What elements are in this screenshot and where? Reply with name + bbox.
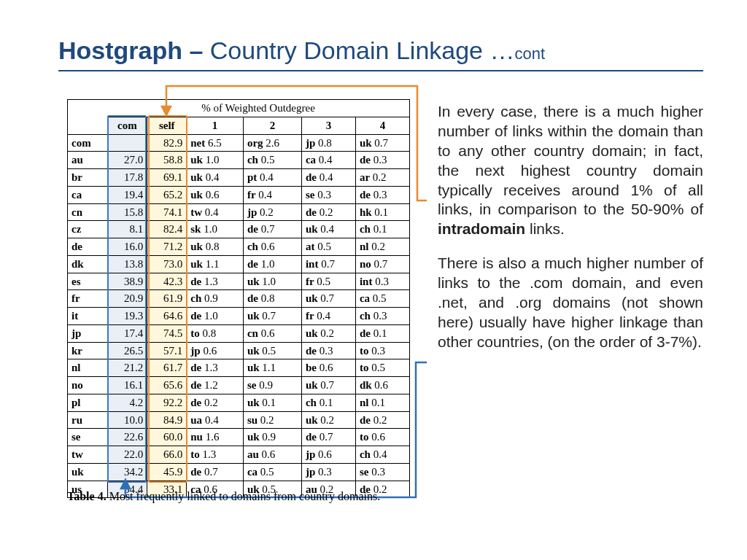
- cell-rank1: jp 0.6: [187, 342, 244, 359]
- cell-self-pct: 66.0: [147, 446, 187, 464]
- table-row: pl4.292.2de 0.2uk 0.1ch 0.1nl 0.1: [68, 394, 410, 411]
- outdegree-table: % of Weighted Outdegree com self 1 2 3 4…: [67, 99, 410, 498]
- cell-rank3: ch 0.1: [301, 394, 355, 411]
- cell-com-pct: 20.9: [107, 290, 147, 308]
- table-row: no16.165.6de 1.2se 0.9uk 0.7dk 0.6: [68, 377, 410, 394]
- cell-rank4: de 0.1: [355, 324, 409, 342]
- cell-rank2: org 2.6: [243, 134, 301, 152]
- cell-self-pct: 45.9: [147, 463, 187, 481]
- cell-rank4: nl 0.2: [355, 238, 409, 256]
- cell-com-pct: 34.2: [107, 463, 147, 481]
- table-caption: Table 4. Most frequently linked to domai…: [67, 490, 417, 503]
- cell-com-pct: 27.0: [107, 152, 147, 169]
- cell-rank2: uk 0.7: [243, 308, 301, 325]
- cell-rank2: de 1.0: [243, 255, 301, 273]
- row-country: br: [68, 169, 108, 187]
- cell-rank1: de 1.3: [187, 273, 244, 290]
- cell-rank3: fr 0.5: [301, 273, 355, 290]
- cell-self-pct: 57.1: [147, 342, 187, 359]
- table-row: cz8.182.4sk 1.0de 0.7uk 0.4ch 0.1: [68, 221, 410, 238]
- cell-rank1: uk 1.1: [187, 255, 244, 273]
- cell-rank3: uk 0.7: [301, 377, 355, 394]
- cell-rank4: ch 0.1: [355, 221, 409, 238]
- table-row: kr26.557.1jp 0.6uk 0.5de 0.3to 0.3: [68, 342, 410, 359]
- cell-rank3: uk 0.2: [301, 324, 355, 342]
- cell-rank1: to 0.8: [187, 324, 244, 342]
- cell-self-pct: 82.4: [147, 221, 187, 238]
- cell-rank1: de 1.3: [187, 359, 244, 377]
- table-row: br17.869.1uk 0.4pt 0.4de 0.4ar 0.2: [68, 169, 410, 187]
- cell-rank3: de 0.7: [301, 429, 355, 446]
- cell-rank1: uk 0.6: [187, 186, 244, 203]
- cell-rank3: se 0.3: [301, 186, 355, 203]
- table-header-row: com self 1 2 3 4: [68, 117, 410, 134]
- cell-self-pct: 74.5: [147, 324, 187, 342]
- cell-self-pct: 71.2: [147, 238, 187, 256]
- cell-self-pct: 73.0: [147, 255, 187, 273]
- table-row: com82.9net 6.5org 2.6jp 0.8uk 0.7: [68, 134, 410, 152]
- table-row: au27.058.8uk 1.0ch 0.5ca 0.4de 0.3: [68, 152, 410, 169]
- cell-com-pct: 15.8: [107, 203, 147, 221]
- row-country: au: [68, 152, 108, 169]
- cell-rank1: to 1.3: [187, 446, 244, 464]
- cell-rank3: int 0.7: [301, 255, 355, 273]
- cell-com-pct: 10.0: [107, 411, 147, 429]
- row-country: cn: [68, 203, 108, 221]
- cell-rank3: ca 0.4: [301, 152, 355, 169]
- cell-rank3: uk 0.2: [301, 411, 355, 429]
- cell-rank2: uk 0.1: [243, 394, 301, 411]
- cell-rank2: jp 0.2: [243, 203, 301, 221]
- cell-self-pct: 65.2: [147, 186, 187, 203]
- cell-rank4: to 0.5: [355, 359, 409, 377]
- cell-rank2: uk 0.5: [243, 342, 301, 359]
- cell-rank3: fr 0.4: [301, 308, 355, 325]
- row-country: ca: [68, 186, 108, 203]
- cell-com-pct: 22.6: [107, 429, 147, 446]
- caption-label: Table 4.: [67, 490, 107, 502]
- cell-rank3: jp 0.3: [301, 463, 355, 481]
- cell-self-pct: 64.6: [147, 308, 187, 325]
- table-row: ru10.084.9ua 0.4su 0.2uk 0.2de 0.2: [68, 411, 410, 429]
- col-self: self: [147, 117, 187, 134]
- row-country: kr: [68, 342, 108, 359]
- cell-com-pct: [107, 134, 147, 152]
- row-country: uk: [68, 463, 108, 481]
- row-country: jp: [68, 324, 108, 342]
- table-row: cn15.874.1tw 0.4jp 0.2de 0.2hk 0.1: [68, 203, 410, 221]
- cell-rank3: de 0.4: [301, 169, 355, 187]
- cell-com-pct: 19.3: [107, 308, 147, 325]
- cell-rank1: net 6.5: [187, 134, 244, 152]
- cell-rank2: su 0.2: [243, 411, 301, 429]
- col-rank4: 4: [355, 117, 409, 134]
- row-country: de: [68, 238, 108, 256]
- cell-rank4: ch 0.4: [355, 446, 409, 464]
- cell-rank3: de 0.3: [301, 342, 355, 359]
- cell-rank4: uk 0.7: [355, 134, 409, 152]
- cell-com-pct: 8.1: [107, 221, 147, 238]
- row-country: se: [68, 429, 108, 446]
- row-country: com: [68, 134, 108, 152]
- cell-com-pct: 17.4: [107, 324, 147, 342]
- row-country: fr: [68, 290, 108, 308]
- cell-rank4: dk 0.6: [355, 377, 409, 394]
- row-country: ru: [68, 411, 108, 429]
- cell-rank4: hk 0.1: [355, 203, 409, 221]
- cell-rank2: pt 0.4: [243, 169, 301, 187]
- cell-rank4: int 0.3: [355, 273, 409, 290]
- cell-com-pct: 19.4: [107, 186, 147, 203]
- cell-rank1: ua 0.4: [187, 411, 244, 429]
- cell-self-pct: 82.9: [147, 134, 187, 152]
- cell-rank4: no 0.7: [355, 255, 409, 273]
- cell-com-pct: 26.5: [107, 342, 147, 359]
- title-bold: Hostgraph –: [58, 36, 210, 64]
- row-country: no: [68, 377, 108, 394]
- col-rank1: 1: [187, 117, 244, 134]
- cell-rank4: ch 0.3: [355, 308, 409, 325]
- cell-com-pct: 4.2: [107, 394, 147, 411]
- row-country: cz: [68, 221, 108, 238]
- row-country: nl: [68, 359, 108, 377]
- cell-rank4: de 0.2: [355, 411, 409, 429]
- table-row: nl21.261.7de 1.3uk 1.1be 0.6to 0.5: [68, 359, 410, 377]
- cell-rank4: nl 0.1: [355, 394, 409, 411]
- data-table-wrap: % of Weighted Outdegree com self 1 2 3 4…: [67, 99, 410, 498]
